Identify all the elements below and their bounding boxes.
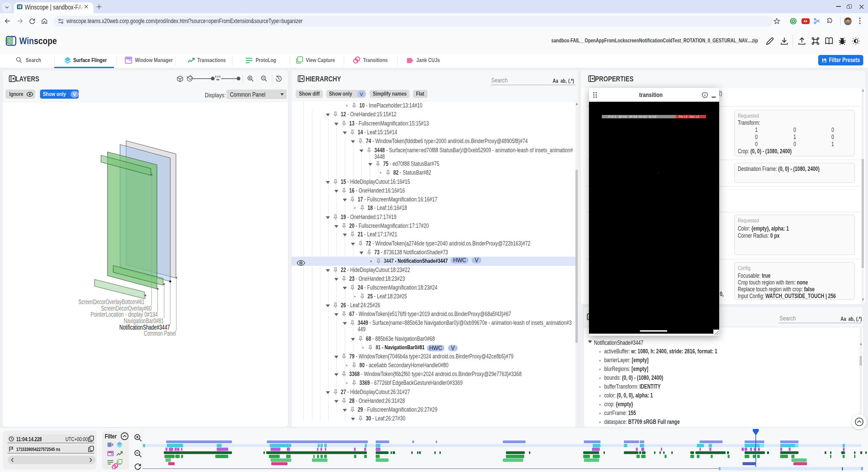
svg-text:Common Panel: Common Panel [144,330,176,337]
